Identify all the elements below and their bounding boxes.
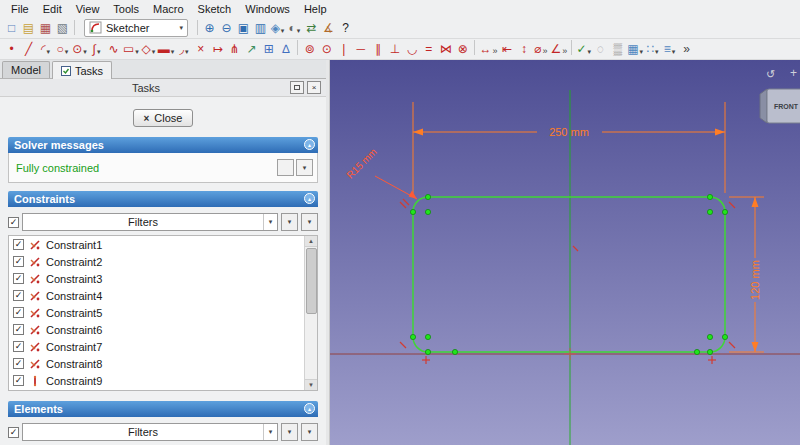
constrain-angle-icon[interactable]: ∠»: [549, 40, 568, 58]
close-task-button[interactable]: × Close: [133, 109, 194, 127]
toggle-construction-icon[interactable]: ∆: [277, 40, 294, 58]
constrain-vertical-icon[interactable]: |: [335, 40, 352, 58]
constraint-checkbox[interactable]: ✓: [13, 375, 24, 386]
create-point-icon[interactable]: •: [3, 40, 20, 58]
sketch-origin[interactable]: [564, 348, 576, 360]
create-circle-icon[interactable]: ○▾: [54, 40, 71, 58]
menu-view[interactable]: View: [69, 2, 107, 16]
constraint-checkbox[interactable]: ✓: [13, 256, 24, 267]
elements-filter-combo[interactable]: Filters ▾: [22, 423, 278, 441]
sketch-canvas[interactable]: 250 mm 120 mm R15 mm: [330, 60, 800, 445]
virtual-space-icon[interactable]: ▒: [609, 40, 626, 58]
sync-view-icon[interactable]: ⇄: [303, 19, 320, 37]
split-edge-icon[interactable]: ⋔: [226, 40, 243, 58]
whats-this-icon[interactable]: ?: [337, 19, 354, 37]
constraint-row[interactable]: ✓Constraint9: [9, 372, 304, 389]
tab-model[interactable]: Model: [2, 61, 50, 78]
width-dimension[interactable]: 250 mm: [413, 102, 725, 193]
activate-constraint-icon[interactable]: ◌: [592, 40, 609, 58]
constrain-symmetric-icon[interactable]: ⋈: [437, 40, 454, 58]
constrain-equal-icon[interactable]: =: [420, 40, 437, 58]
render-order-icon[interactable]: ≡▾: [661, 40, 678, 58]
create-polyline-icon[interactable]: ∿: [105, 40, 122, 58]
height-dimension[interactable]: 120 mm: [729, 197, 764, 352]
menu-help[interactable]: Help: [297, 2, 334, 16]
3d-view[interactable]: 250 mm 120 mm R15 mm: [330, 60, 800, 445]
elements-settings-button[interactable]: ▾: [281, 423, 298, 441]
constrain-distance-icon[interactable]: ↔»: [478, 40, 498, 58]
save-document-icon[interactable]: ▦: [37, 19, 54, 37]
constraint-checkbox[interactable]: ✓: [13, 324, 24, 335]
radius-dimension[interactable]: R15 mm: [344, 146, 417, 199]
solver-dropdown-button[interactable]: ▾: [296, 159, 313, 176]
create-rectangle-icon[interactable]: ▭▾: [122, 40, 140, 58]
elements-extra-button[interactable]: ▾: [301, 423, 318, 441]
menu-file[interactable]: File: [4, 2, 36, 16]
collapse-section-icon[interactable]: ▴: [304, 139, 315, 150]
measure-icon[interactable]: ∡: [320, 19, 337, 37]
zoom-out-icon[interactable]: ⊖: [218, 19, 235, 37]
constraints-filter-checkbox[interactable]: ✓: [8, 217, 19, 228]
sketch-vertices[interactable]: [410, 194, 727, 354]
constrain-tangent-icon[interactable]: ◡: [403, 40, 420, 58]
constraints-scrollbar[interactable]: ▲ ▼: [304, 236, 317, 390]
create-slot-icon[interactable]: ▬▾: [157, 40, 176, 58]
scroll-down-icon[interactable]: ▼: [305, 379, 318, 390]
constraint-checkbox[interactable]: ✓: [13, 273, 24, 284]
constrain-coincident-icon[interactable]: ⊚: [301, 40, 318, 58]
collapse-section-icon[interactable]: ▴: [304, 193, 315, 204]
elements-filter-checkbox[interactable]: ✓: [8, 427, 19, 438]
constraint-row[interactable]: ✓Constraint2: [9, 253, 304, 270]
constraints-header[interactable]: Constraints ▴: [8, 191, 318, 207]
menu-edit[interactable]: Edit: [36, 2, 69, 16]
create-fillet-icon[interactable]: ◞▾: [175, 40, 192, 58]
scrollbar-thumb[interactable]: [306, 248, 317, 314]
axonometric-view-icon[interactable]: ◈▾: [269, 19, 286, 37]
constrain-point-on-object-icon[interactable]: ⊙: [318, 40, 335, 58]
snap-icon[interactable]: ∷▾: [644, 40, 661, 58]
collapse-section-icon[interactable]: ▴: [304, 403, 315, 414]
menu-windows[interactable]: Windows: [238, 2, 297, 16]
menu-tools[interactable]: Tools: [106, 2, 146, 16]
constrain-block-icon[interactable]: ⊗: [454, 40, 471, 58]
grid-icon[interactable]: ▦▾: [626, 40, 644, 58]
scroll-up-icon[interactable]: ▲: [305, 236, 318, 247]
carbon-copy-icon[interactable]: ⊞: [260, 40, 277, 58]
constraints-extra-button[interactable]: ▾: [301, 213, 318, 231]
constraint-row[interactable]: ✓Constraint4: [9, 287, 304, 304]
radius-dimension-label[interactable]: R15 mm: [344, 146, 379, 181]
constrain-perpendicular-icon[interactable]: ⊥: [386, 40, 403, 58]
sketch-profile[interactable]: [413, 197, 725, 352]
constrain-radius-icon[interactable]: ⌀»: [532, 40, 549, 58]
toggle-driving-constraint-icon[interactable]: ✓▾: [575, 40, 592, 58]
fit-all-icon[interactable]: ▣: [235, 19, 252, 37]
float-panel-button[interactable]: [290, 81, 304, 94]
navigation-cube[interactable]: ↺ + FRONT: [760, 66, 800, 123]
constraint-row[interactable]: ✓Constraint1: [9, 236, 304, 253]
create-bspline-icon[interactable]: ∫▾: [88, 40, 105, 58]
new-document-icon[interactable]: □: [3, 19, 20, 37]
create-polygon-icon[interactable]: ◇▾: [140, 40, 157, 58]
constrain-horizontal-icon[interactable]: ─: [352, 40, 369, 58]
trim-edge-icon[interactable]: ×: [192, 40, 209, 58]
constraint-checkbox[interactable]: ✓: [13, 239, 24, 250]
constraint-row[interactable]: ✓Constraint7: [9, 338, 304, 355]
navcube-front-face[interactable]: FRONT: [774, 103, 799, 110]
width-dimension-label[interactable]: 250 mm: [549, 126, 589, 138]
draw-style-icon[interactable]: ◐▾: [286, 19, 303, 37]
create-conic-icon[interactable]: ⊙▾: [71, 40, 88, 58]
close-panel-button[interactable]: ×: [307, 81, 321, 94]
constrain-parallel-icon[interactable]: ∥: [369, 40, 386, 58]
tab-tasks[interactable]: Tasks: [52, 61, 112, 79]
nav-cross-icon[interactable]: +: [790, 66, 797, 80]
constrain-vertical-distance-icon[interactable]: ↕: [515, 40, 532, 58]
constraints-filter-combo[interactable]: Filters ▾: [22, 213, 278, 231]
menu-sketch[interactable]: Sketch: [191, 2, 239, 16]
solver-settings-button[interactable]: [277, 159, 294, 176]
constraint-checkbox[interactable]: ✓: [13, 358, 24, 369]
create-line-icon[interactable]: ╱: [20, 40, 37, 58]
create-arc-icon[interactable]: ◜▾: [37, 40, 54, 58]
constraint-row[interactable]: ✓Constraint3: [9, 270, 304, 287]
height-dimension-label[interactable]: 120 mm: [749, 260, 761, 300]
constraint-row[interactable]: ✓Constraint5: [9, 304, 304, 321]
